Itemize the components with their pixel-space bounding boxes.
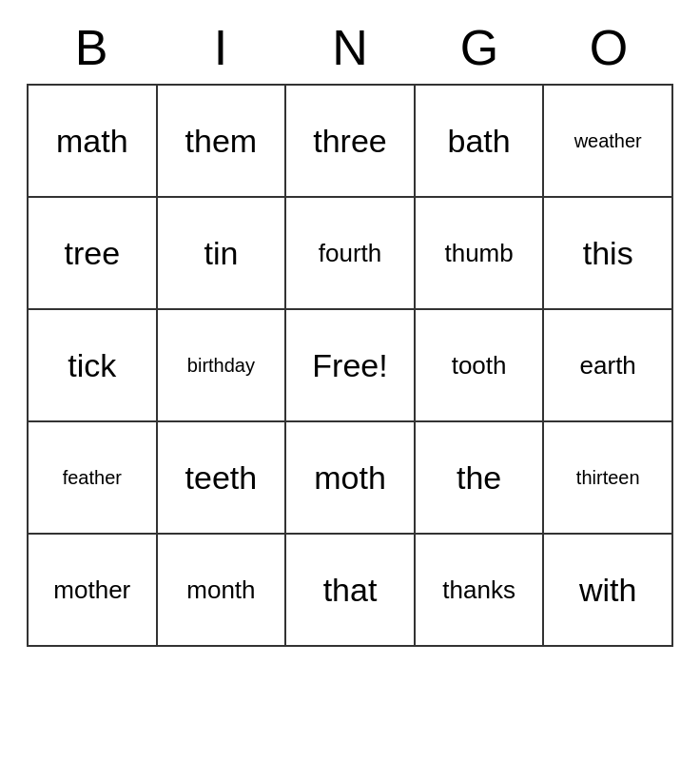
bingo-cell: thanks xyxy=(415,534,544,646)
bingo-cell: earth xyxy=(543,309,672,421)
bingo-cell: mother xyxy=(28,534,157,646)
table-row: mothermonththatthankswith xyxy=(28,534,672,646)
header-letter: I xyxy=(156,19,285,76)
bingo-cell: three xyxy=(285,85,415,197)
header-letter: G xyxy=(415,19,544,76)
bingo-cell: weather xyxy=(543,85,672,197)
bingo-cell: fourth xyxy=(285,197,415,309)
table-row: tickbirthdayFree!toothearth xyxy=(28,309,672,421)
table-row: treetinfourththumbthis xyxy=(28,197,672,309)
bingo-cell: Free! xyxy=(285,309,415,421)
bingo-cell: thirteen xyxy=(543,421,672,534)
bingo-cell: thumb xyxy=(415,197,544,309)
bingo-cell: feather xyxy=(28,421,157,534)
bingo-cell: the xyxy=(415,421,544,534)
bingo-cell: them xyxy=(157,85,286,197)
bingo-header: BINGO xyxy=(27,19,673,76)
bingo-cell: tree xyxy=(28,197,157,309)
bingo-table: maththemthreebathweathertreetinfourththu… xyxy=(27,84,673,647)
bingo-cell: teeth xyxy=(157,421,286,534)
header-letter: B xyxy=(27,19,156,76)
bingo-cell: tooth xyxy=(415,309,544,421)
bingo-cell: bath xyxy=(415,85,544,197)
header-letter: N xyxy=(285,19,415,76)
bingo-cell: with xyxy=(543,534,672,646)
bingo-cell: this xyxy=(543,197,672,309)
bingo-cell: math xyxy=(28,85,157,197)
bingo-cell: tick xyxy=(28,309,157,421)
header-letter: O xyxy=(544,19,673,76)
bingo-cell: month xyxy=(157,534,286,646)
bingo-cell: moth xyxy=(285,421,415,534)
bingo-cell: that xyxy=(285,534,415,646)
table-row: featherteethmoththethirteen xyxy=(28,421,672,534)
bingo-cell: tin xyxy=(157,197,286,309)
table-row: maththemthreebathweather xyxy=(28,85,672,197)
bingo-cell: birthday xyxy=(157,309,286,421)
